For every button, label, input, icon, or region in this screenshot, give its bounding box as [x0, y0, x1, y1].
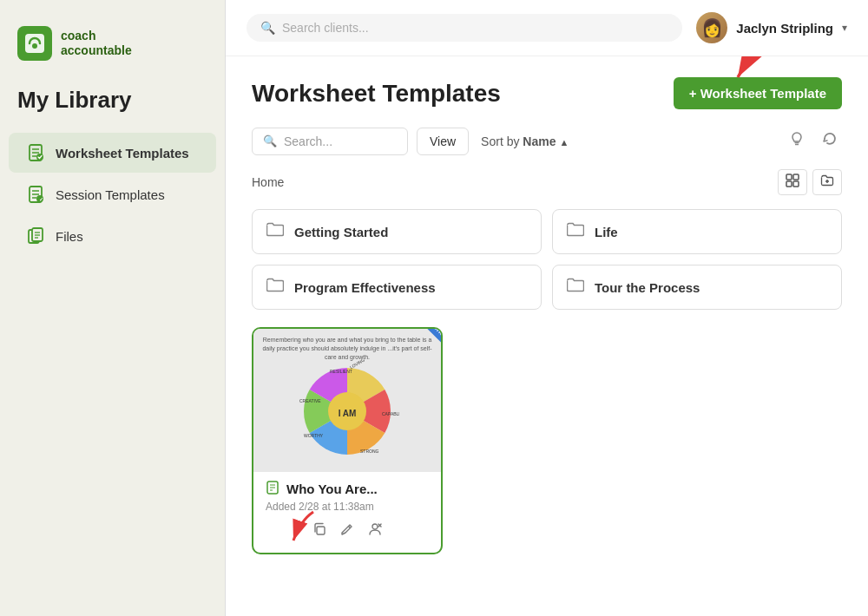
folder-getting-started[interactable]: Getting Started [252, 209, 542, 254]
folder-icon-program-effectiveness [266, 278, 284, 297]
filter-bar: 🔍 Search... View Sort by Name ▲ [252, 127, 842, 155]
svg-text:WORTHY: WORTHY [304, 433, 324, 438]
search-input[interactable]: 🔍 Search... [252, 128, 408, 155]
sidebar-nav: Worksheet Templates ✓ Session Templates [0, 131, 225, 258]
edit-icon [340, 522, 354, 536]
sidebar-item-session-templates[interactable]: ✓ Session Templates [9, 174, 216, 214]
user-name: Jaclyn Stripling [736, 21, 833, 36]
shared-badge-container: Shared [380, 329, 441, 390]
session-icon: ✓ [26, 185, 45, 204]
edit-button[interactable] [338, 520, 357, 542]
svg-text:CAPABLE: CAPABLE [382, 411, 399, 416]
add-folder-button[interactable] [812, 169, 842, 195]
svg-rect-24 [793, 181, 799, 187]
refresh-icon-button[interactable] [818, 127, 842, 155]
card-subtitle: Added 2/28 at 11:38am [266, 501, 429, 513]
lightbulb-icon [788, 130, 806, 147]
sidebar-item-label-worksheet: Worksheet Templates [56, 146, 189, 161]
svg-point-41 [372, 524, 378, 529]
cards-grid: Shared Remembering who you are and what … [252, 327, 842, 554]
copy-button[interactable] [310, 520, 329, 542]
logo-text: coach accountable [61, 29, 132, 58]
grid-view-button[interactable] [778, 169, 807, 195]
copy-icon [312, 522, 326, 536]
card-title-row: Who You Are... [266, 481, 429, 497]
svg-point-1 [32, 43, 37, 49]
folder-program-effectiveness[interactable]: Program Effectiveness [252, 265, 542, 310]
lightbulb-icon-button[interactable] [785, 127, 809, 155]
svg-text:STRONG: STRONG [360, 449, 379, 454]
page-title: Worksheet Templates [252, 80, 501, 108]
refresh-icon [821, 130, 838, 147]
logo-icon [17, 26, 52, 61]
search-clients-icon: 🔍 [260, 21, 275, 35]
folder-icon-tour-the-process [567, 278, 584, 297]
topbar: 🔍 Search clients... Jaclyn Stripling ▾ [226, 0, 868, 56]
logo-area: coach accountable [0, 17, 225, 87]
folder-label-tour-the-process: Tour the Process [595, 280, 700, 295]
share-button[interactable] [365, 520, 385, 542]
svg-rect-23 [786, 181, 792, 187]
grid-icon [786, 174, 799, 187]
svg-text:CREATIVE: CREATIVE [299, 398, 321, 403]
sort-label: Sort by Name ▲ [481, 134, 569, 148]
breadcrumb-row: Home [252, 169, 842, 195]
user-menu[interactable]: Jaclyn Stripling ▾ [696, 12, 847, 43]
add-folder-icon [820, 174, 834, 187]
main-content: 🔍 Search clients... Jaclyn Stripling ▾ W… [226, 0, 868, 616]
view-button[interactable]: View [417, 128, 469, 155]
search-icon: 🔍 [263, 134, 277, 147]
search-clients-input[interactable]: 🔍 Search clients... [247, 14, 682, 42]
sidebar-item-label-files: Files [56, 229, 83, 244]
share-user-icon [368, 522, 382, 536]
folder-label-life: Life [595, 225, 618, 239]
folder-label-program-effectiveness: Program Effectiveness [294, 280, 436, 295]
svg-rect-22 [793, 174, 799, 180]
search-placeholder: Search... [284, 134, 332, 148]
folder-life[interactable]: Life [552, 209, 842, 254]
page-header: Worksheet Templates + Worksheet Template [252, 77, 842, 109]
shared-badge: Shared [411, 329, 441, 367]
breadcrumb: Home [252, 175, 284, 189]
svg-rect-39 [317, 527, 325, 534]
card-title: Who You Are... [286, 482, 378, 496]
search-clients-placeholder: Search clients... [282, 21, 369, 35]
card-actions [266, 520, 429, 542]
svg-text:✓: ✓ [39, 197, 43, 202]
sidebar-item-label-session: Session Templates [56, 187, 165, 202]
sidebar-item-files[interactable]: Files [9, 216, 216, 256]
svg-line-40 [349, 527, 351, 528]
folder-icon-getting-started [266, 222, 284, 241]
worksheet-icon [26, 143, 45, 162]
card-preview: Shared Remembering who you are and what … [253, 329, 441, 472]
view-toggle [778, 169, 842, 195]
folders-grid: Getting Started Life Program Effectivene… [252, 209, 842, 310]
library-title: My Library [0, 87, 225, 131]
card-body: Who You Are... Added 2/28 at 11:38am [253, 472, 441, 553]
card-who-you-are[interactable]: Shared Remembering who you are and what … [252, 327, 443, 554]
toolbar-icons [785, 127, 842, 155]
folder-tour-the-process[interactable]: Tour the Process [552, 265, 842, 310]
svg-text:RESILIENT: RESILIENT [330, 369, 352, 374]
files-icon [26, 226, 45, 246]
sidebar-item-worksheet-templates[interactable]: Worksheet Templates [9, 133, 216, 173]
sidebar: coach accountable My Library Worksheet T… [0, 0, 226, 616]
user-chevron-icon: ▾ [842, 22, 847, 34]
avatar [696, 12, 727, 43]
add-worksheet-template-button[interactable]: + Worksheet Template [674, 77, 842, 109]
card-worksheet-icon [266, 481, 279, 497]
folder-icon-life [567, 222, 584, 241]
svg-text:I AM: I AM [339, 409, 357, 418]
svg-rect-21 [786, 174, 792, 180]
folder-label-getting-started: Getting Started [294, 225, 388, 239]
content-area: Worksheet Templates + Worksheet Template… [226, 56, 868, 616]
